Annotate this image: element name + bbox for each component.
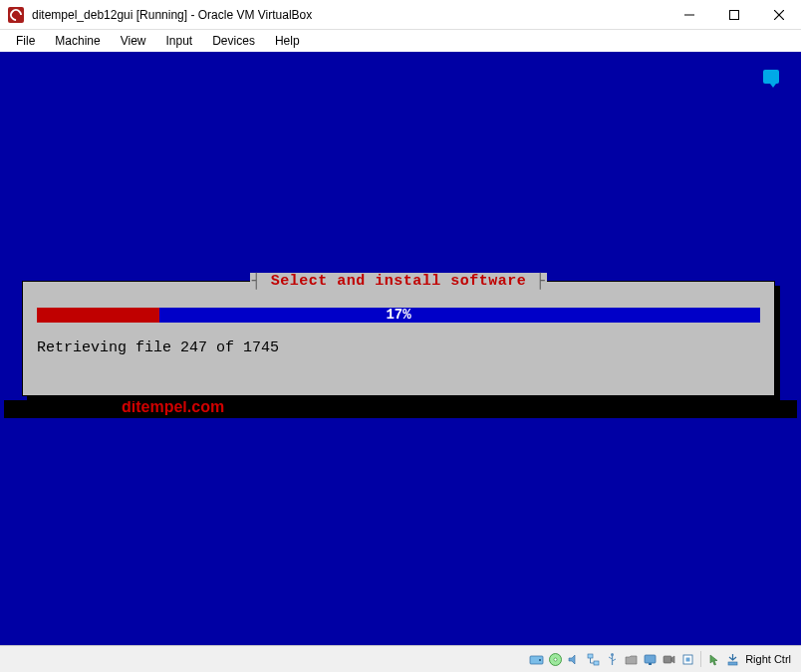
window-controls (667, 0, 801, 29)
svg-point-13 (611, 653, 614, 656)
network-icon[interactable] (585, 651, 602, 668)
close-icon (774, 10, 784, 20)
watermark-text: ditempel.com (122, 398, 224, 416)
installer-status-text: Retrieving file 247 of 1745 (37, 339, 279, 356)
installer-dialog: ┤ Select and install software ├ 17% Retr… (22, 281, 775, 396)
close-button[interactable] (756, 0, 801, 29)
maximize-icon (729, 10, 739, 20)
svg-point-5 (539, 659, 541, 661)
shared-folder-icon[interactable] (623, 651, 640, 668)
vm-status-bar: Right Ctrl (0, 645, 801, 672)
vm-display-area[interactable]: ditempel.com ┤ Select and install softwa… (0, 52, 801, 645)
usb-icon[interactable] (604, 651, 621, 668)
mouse-integration-icon[interactable] (705, 651, 722, 668)
svg-rect-8 (588, 654, 593, 658)
menu-machine[interactable]: Machine (45, 32, 110, 50)
virtualbox-app-icon (8, 7, 24, 23)
progress-percent-label: 17% (23, 307, 774, 323)
menu-input[interactable]: Input (156, 32, 203, 50)
display-icon[interactable] (642, 651, 659, 668)
host-key-indicator[interactable]: Right Ctrl (743, 653, 797, 665)
svg-rect-16 (645, 655, 656, 663)
window-titlebar: ditempel_deb12gui [Running] - Oracle VM … (0, 0, 801, 30)
svg-point-7 (554, 658, 557, 661)
svg-rect-1 (729, 10, 738, 19)
svg-rect-4 (530, 656, 543, 664)
menu-help[interactable]: Help (265, 32, 310, 50)
cpu-activity-icon[interactable] (679, 651, 696, 668)
window-title: ditempel_deb12gui [Running] - Oracle VM … (30, 8, 667, 22)
installer-title-text: Select and install software (271, 273, 527, 290)
harddisk-icon[interactable] (528, 651, 545, 668)
status-separator (700, 651, 701, 667)
minimize-button[interactable] (667, 0, 711, 29)
menu-view[interactable]: View (111, 32, 156, 50)
svg-rect-20 (686, 657, 690, 661)
menu-file[interactable]: File (6, 32, 45, 50)
svg-rect-18 (664, 656, 671, 663)
recording-icon[interactable] (661, 651, 677, 668)
svg-rect-17 (649, 663, 652, 665)
menu-devices[interactable]: Devices (202, 32, 265, 50)
minimize-icon (684, 10, 694, 20)
audio-icon[interactable] (566, 651, 583, 668)
svg-rect-9 (594, 661, 599, 665)
notification-icon[interactable] (763, 70, 779, 84)
installer-title: ┤ Select and install software ├ (252, 273, 546, 290)
menu-bar: File Machine View Input Devices Help (0, 30, 801, 52)
maximize-button[interactable] (711, 0, 756, 29)
keyboard-capture-icon[interactable] (724, 651, 741, 668)
svg-rect-21 (728, 662, 737, 665)
optical-disc-icon[interactable] (547, 651, 564, 668)
